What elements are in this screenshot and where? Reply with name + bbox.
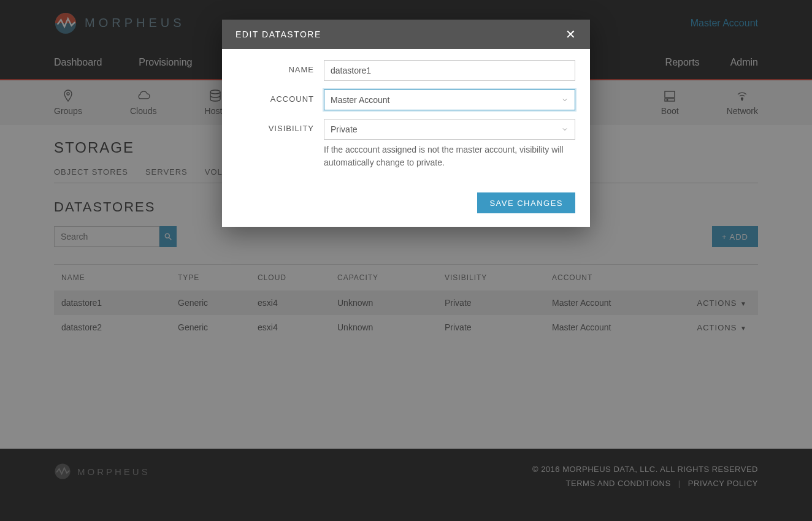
- visibility-help-text: If the acccount assigned is not the mast…: [324, 143, 575, 169]
- form-row-name: NAME: [237, 60, 575, 81]
- account-select[interactable]: Master Account: [324, 89, 575, 110]
- form-row-account: ACCOUNT Master Account: [237, 89, 575, 110]
- visibility-select[interactable]: Private: [324, 119, 575, 140]
- chevron-down-icon: [561, 126, 569, 133]
- chevron-down-icon: [561, 96, 569, 104]
- modal-body: NAME ACCOUNT Master Account VISIBILITY P…: [222, 49, 590, 192]
- name-input[interactable]: [324, 60, 575, 81]
- visibility-selected-value: Private: [331, 124, 358, 134]
- edit-datastore-modal: EDIT DATASTORE ✕ NAME ACCOUNT Master Acc…: [222, 20, 590, 227]
- label-visibility: VISIBILITY: [237, 119, 324, 133]
- modal-footer: SAVE CHANGES: [222, 192, 590, 227]
- label-name: NAME: [237, 60, 324, 74]
- label-account: ACCOUNT: [237, 89, 324, 104]
- modal-title: EDIT DATASTORE: [236, 29, 321, 39]
- save-changes-button[interactable]: SAVE CHANGES: [477, 192, 575, 213]
- modal-header: EDIT DATASTORE ✕: [222, 20, 590, 49]
- form-row-visibility: VISIBILITY Private If the acccount assig…: [237, 119, 575, 169]
- close-icon[interactable]: ✕: [565, 28, 577, 40]
- account-selected-value: Master Account: [331, 95, 390, 105]
